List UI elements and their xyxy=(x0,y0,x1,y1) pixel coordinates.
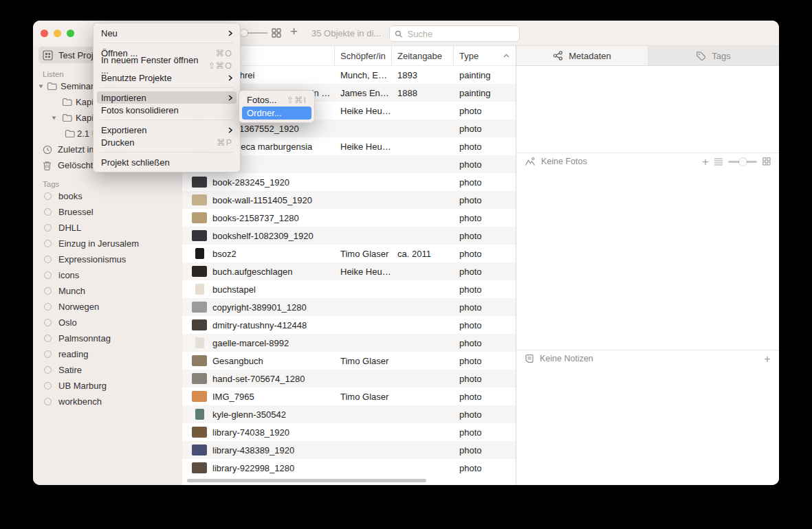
thumbnail xyxy=(192,212,207,223)
search-icon xyxy=(395,30,402,38)
section-header-tags: Tags xyxy=(43,177,182,188)
photo-size-slider[interactable] xyxy=(728,161,757,163)
minimize-button[interactable] xyxy=(54,30,61,37)
table-row[interactable]: dmitry-ratushny-412448 photo xyxy=(182,316,516,334)
sidebar-tag[interactable]: books xyxy=(33,188,182,204)
disclosure-triangle-icon[interactable] xyxy=(52,116,56,120)
row-creator: Timo Glaser xyxy=(335,392,392,402)
add-button[interactable]: + xyxy=(290,24,298,39)
tag-label: Oslo xyxy=(58,317,77,328)
sidebar-tag[interactable]: Palmsonntag xyxy=(33,330,182,346)
add-note-button[interactable]: + xyxy=(764,353,771,365)
table-row[interactable]: library-438389_1920 photo xyxy=(182,441,516,459)
row-name: book-wall-1151405_1920 xyxy=(212,195,312,205)
tag-label: Munch xyxy=(58,286,85,296)
menu-shortcut: ⇧⌘O xyxy=(208,60,232,71)
tab-tags[interactable]: Tags xyxy=(648,46,779,65)
table-row[interactable]: hand-set-705674_1280 photo xyxy=(182,370,516,387)
disclosure-triangle-icon[interactable] xyxy=(39,85,43,88)
sidebar-tag[interactable]: Expressionismus xyxy=(33,251,182,267)
sidebar-tag[interactable]: Norwegen xyxy=(33,299,182,315)
menu-item-benutzte-projekte[interactable]: Benutzte Projekte xyxy=(97,71,237,84)
table-row[interactable]: bsoz2 Timo Glaser ca. 2011 photo xyxy=(182,245,516,262)
table-row[interactable]: copyright-389901_1280 photo xyxy=(182,298,516,316)
column-header-creator[interactable]: Schöpfer/in xyxy=(335,46,392,65)
metadata-empty-area xyxy=(516,66,779,153)
row-type: photo xyxy=(454,142,516,152)
search-input[interactable] xyxy=(406,28,514,40)
type-header-label: Type xyxy=(459,51,479,61)
horizontal-scrollbar[interactable] xyxy=(187,479,426,482)
folder-icon xyxy=(62,98,72,106)
sort-ascending-icon xyxy=(503,54,509,58)
photos-section-header: Keine Fotos + xyxy=(516,153,779,170)
row-name: dmitry-ratushny-412448 xyxy=(212,320,307,330)
sidebar-tag[interactable]: UB Marburg xyxy=(33,378,182,394)
row-name: bookshelf-1082309_1920 xyxy=(212,231,314,241)
table-row[interactable]: book-283245_1920 photo xyxy=(182,173,516,191)
menu-item-importieren[interactable]: Importieren xyxy=(97,91,237,104)
zoom-button[interactable] xyxy=(67,30,74,37)
sidebar-tag[interactable]: Satire xyxy=(33,362,182,378)
chevron-right-icon xyxy=(228,75,232,81)
table-row[interactable]: buch.aufgeschlagen Heike Heuser photo xyxy=(182,262,516,280)
object-count-label: 35 Objekte in di... xyxy=(311,28,381,38)
table-row[interactable]: gaelle-marcel-8992 photo xyxy=(182,334,516,352)
project-icon xyxy=(43,50,53,60)
column-header-date[interactable]: Zeitangabe xyxy=(392,46,454,65)
table-row[interactable]: library-74038_1920 photo xyxy=(182,423,516,441)
grid-view-button[interactable] xyxy=(272,28,281,38)
submenu-item-ordner[interactable]: Ordner... xyxy=(242,106,311,120)
table-row[interactable]: buchstapel photo xyxy=(182,280,516,298)
sidebar-tag[interactable]: Oslo xyxy=(33,315,182,330)
table-row[interactable]: Gesangbuch Timo Glaser photo xyxy=(182,352,516,370)
tag-circle-icon xyxy=(44,366,52,374)
menu-label: Neu xyxy=(101,28,118,38)
sidebar-tag[interactable]: Munch xyxy=(33,283,182,299)
tag-circle-icon xyxy=(44,208,52,216)
menu-item-exportieren[interactable]: Exportieren xyxy=(97,124,237,136)
tag-circle-icon xyxy=(44,287,52,295)
row-type: photo xyxy=(454,267,516,277)
submenu-item-fotos[interactable]: Fotos... ⇧⌘I xyxy=(242,93,311,106)
row-name: library-922998_1280 xyxy=(212,463,294,473)
menu-item-projekt-schliessen[interactable]: Projekt schließen xyxy=(97,156,237,168)
table-row[interactable]: bookshelf-1082309_1920 photo xyxy=(182,227,516,245)
sidebar-tag[interactable]: workbench xyxy=(33,394,182,409)
menu-separator xyxy=(100,43,233,43)
row-type: painting xyxy=(454,70,516,80)
notes-section-header: Keine Notizen + xyxy=(516,350,779,367)
tag-label: reading xyxy=(58,349,88,359)
menu-label: Drucken xyxy=(101,137,134,148)
sidebar-tag[interactable]: reading xyxy=(33,346,182,362)
add-photo-button[interactable]: + xyxy=(702,156,709,168)
search-field[interactable] xyxy=(389,25,520,42)
close-button[interactable] xyxy=(41,30,48,37)
table-row[interactable]: IMG_7965 Timo Glaser photo xyxy=(182,387,516,405)
table-row[interactable]: books-2158737_1280 photo xyxy=(182,209,516,227)
row-type: photo xyxy=(454,427,516,438)
slider-knob[interactable] xyxy=(739,158,747,166)
tag-label: icons xyxy=(58,270,79,280)
table-row[interactable]: kyle-glenn-350542 photo xyxy=(182,405,516,423)
menu-item-drucken[interactable]: Drucken ⌘P xyxy=(97,136,237,148)
menu-item-fotos-konsolidieren[interactable]: Fotos konsolidieren xyxy=(97,104,237,116)
sidebar-tag[interactable]: icons xyxy=(33,267,182,283)
menu-item-in-neuem-fenster[interactable]: In neuem Fenster öffnen ... ⇧⌘O xyxy=(97,59,237,71)
table-row[interactable]: library-922998_1280 photo xyxy=(182,459,516,477)
thumbnail xyxy=(192,409,207,420)
tag-label: Einzug in Jerusalem xyxy=(58,238,139,249)
grid-view-button[interactable] xyxy=(762,157,771,166)
sidebar-tag[interactable]: Einzug in Jerusalem xyxy=(33,236,182,251)
row-creator: Heike Heuser xyxy=(335,106,392,116)
menu-item-neu[interactable]: Neu xyxy=(97,27,237,39)
thumbnail-size-slider[interactable] xyxy=(237,32,267,34)
chevron-right-icon xyxy=(228,30,232,36)
column-header-type[interactable]: Type xyxy=(454,46,516,65)
slider-knob[interactable] xyxy=(241,30,248,36)
list-view-button[interactable] xyxy=(714,158,723,166)
table-row[interactable]: book-wall-1151405_1920 photo xyxy=(182,191,516,209)
sidebar-tag[interactable]: Bruessel xyxy=(33,204,182,220)
sidebar-tag[interactable]: DHLL xyxy=(33,220,182,236)
tab-metadaten[interactable]: Metadaten xyxy=(516,46,648,65)
